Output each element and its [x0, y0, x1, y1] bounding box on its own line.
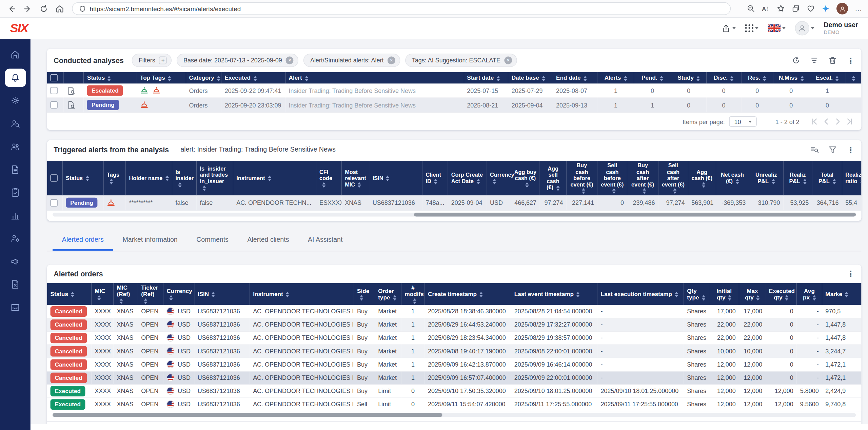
sort-icon[interactable]	[845, 292, 848, 297]
tab-alerted-clients[interactable]: Alerted clients	[238, 231, 299, 251]
user-avatar-button[interactable]	[795, 21, 814, 35]
column-header[interactable]: Realiz P&L	[783, 161, 812, 195]
sort-icon[interactable]	[212, 292, 215, 297]
column-header[interactable]: Last execution timestamp	[597, 282, 684, 305]
column-header[interactable]: Tags	[103, 161, 125, 195]
chip-close-icon[interactable]: ×	[388, 57, 395, 64]
horizontal-scrollbar[interactable]	[53, 413, 856, 417]
column-header[interactable]: Max qty	[739, 282, 766, 305]
history-icon[interactable]	[792, 56, 801, 65]
tab-ai-assistant[interactable]: AI Assistant	[298, 231, 352, 251]
column-header[interactable]: Date base	[508, 72, 553, 83]
scrollbar-thumb[interactable]	[414, 212, 856, 216]
column-header[interactable]: Agg sell cash (€)	[540, 161, 566, 195]
sort-icon[interactable]	[576, 292, 580, 297]
column-header[interactable]: Corp Create Act Date	[448, 161, 487, 195]
sidebar-item-user-settings[interactable]	[5, 229, 26, 248]
column-header[interactable]: Total P&L	[812, 161, 842, 195]
column-header[interactable]: MIC (Ref)	[114, 282, 138, 305]
sort-icon[interactable]	[660, 76, 664, 81]
sort-icon[interactable]	[556, 185, 559, 191]
table-row[interactable]: EscalatedOrders2025-09-22 09:47:41Inside…	[47, 84, 862, 98]
sidebar-item-home[interactable]	[5, 45, 26, 64]
column-header[interactable]	[846, 72, 861, 83]
table-row[interactable]: CancelledXXXXXNASOPENUSDUS6837121036AC. …	[47, 318, 862, 332]
checkbox[interactable]	[51, 199, 58, 206]
sort-icon[interactable]	[479, 292, 483, 297]
refresh-button[interactable]	[38, 2, 50, 15]
chip-close-icon[interactable]: ×	[504, 57, 512, 64]
column-header[interactable]: CFI code	[316, 161, 341, 195]
filter-columns-icon[interactable]	[810, 56, 819, 65]
sort-icon[interactable]	[696, 76, 700, 81]
sort-icon[interactable]	[675, 292, 678, 297]
column-header[interactable]: Escal.	[809, 72, 846, 83]
column-header[interactable]: Order type	[375, 282, 401, 305]
sort-icon[interactable]	[393, 295, 396, 300]
column-header[interactable]: ISIN	[369, 161, 422, 195]
sort-icon[interactable]	[108, 76, 111, 81]
column-header[interactable]: End date	[553, 72, 597, 83]
tab-market-information[interactable]: Market information	[113, 231, 187, 251]
sidebar-item-settings[interactable]	[5, 91, 26, 110]
sidebar-item-inbox[interactable]	[5, 298, 26, 316]
column-header[interactable]: Pend.	[634, 72, 671, 83]
sort-icon[interactable]	[97, 295, 101, 300]
column-header[interactable]: Last event timestamp	[511, 282, 597, 305]
kebab-menu-icon[interactable]: ⋮	[846, 56, 854, 64]
sidebar-item-documents[interactable]	[5, 160, 26, 179]
column-header[interactable]: Status	[84, 72, 137, 83]
zoom-icon[interactable]	[747, 4, 755, 13]
read-aloud-icon[interactable]: A	[762, 5, 770, 12]
column-header[interactable]: Unrealiz P&L	[749, 161, 783, 195]
table-row[interactable]: Pending**********falsefalseAC. OPENDOOR …	[47, 195, 862, 211]
row-details-button[interactable]	[64, 98, 84, 112]
tab-comments[interactable]: Comments	[187, 231, 238, 251]
sort-icon[interactable]	[217, 76, 220, 81]
table-row[interactable]: CancelledXXXXXNASOPENUSDUS6837121036AC. …	[47, 345, 862, 358]
sort-icon[interactable]	[178, 182, 182, 188]
sort-icon[interactable]	[735, 179, 739, 184]
sort-icon[interactable]	[860, 179, 862, 184]
sort-icon[interactable]	[581, 189, 585, 194]
row-checkbox[interactable]	[47, 84, 64, 98]
sort-icon[interactable]	[832, 179, 836, 184]
sort-icon[interactable]	[358, 182, 361, 188]
column-header[interactable]: Status	[62, 161, 103, 195]
column-header[interactable]: Executed qty	[766, 282, 796, 305]
column-header[interactable]: Instrument	[233, 161, 316, 195]
table-row[interactable]: CancelledXXXXXNASOPENUSDUS6837121036AC. …	[47, 305, 862, 318]
browser-menu-icon[interactable]: …	[855, 4, 863, 13]
column-header[interactable]: Alerts	[597, 72, 634, 83]
collections-icon[interactable]	[792, 4, 800, 13]
sort-icon[interactable]	[525, 182, 529, 188]
column-header[interactable]: Category	[186, 72, 221, 83]
kebab-menu-icon[interactable]: ⋮	[846, 269, 854, 277]
column-header[interactable]: Client ID	[422, 161, 448, 195]
column-header[interactable]: Alert	[285, 72, 464, 83]
column-header[interactable]: Currency	[163, 282, 194, 305]
column-header[interactable]: Res.	[741, 72, 773, 83]
column-header[interactable]: Holder name	[126, 161, 172, 195]
apps-grid-button[interactable]	[745, 24, 758, 32]
scrollbar-thumb[interactable]	[53, 413, 442, 417]
sort-icon[interactable]	[542, 76, 545, 81]
column-header[interactable]: Instrument	[250, 282, 354, 305]
table-row[interactable]: CancelledXXXXXNASOPENUSDUS6837121036AC. …	[47, 332, 862, 345]
delete-icon[interactable]	[828, 56, 837, 65]
column-header[interactable]: Net cash (€)	[716, 161, 749, 195]
sort-icon[interactable]	[612, 189, 615, 194]
sort-icon[interactable]	[110, 179, 113, 184]
sidebar-item-users[interactable]	[5, 137, 26, 156]
column-header[interactable]: Start date	[463, 72, 508, 83]
sort-icon[interactable]	[253, 76, 257, 81]
export-button[interactable]	[721, 23, 735, 33]
sidebar-item-tasks[interactable]	[5, 183, 26, 201]
column-header[interactable]: Executed	[221, 72, 285, 83]
analysis-details-icon[interactable]	[67, 86, 76, 95]
sort-icon[interactable]	[360, 295, 363, 300]
column-header[interactable]: Agg cash (€)	[688, 161, 716, 195]
filters-chip[interactable]: Filters +	[132, 54, 172, 67]
sort-icon[interactable]	[268, 176, 271, 181]
column-header[interactable]: ISIN	[194, 282, 250, 305]
